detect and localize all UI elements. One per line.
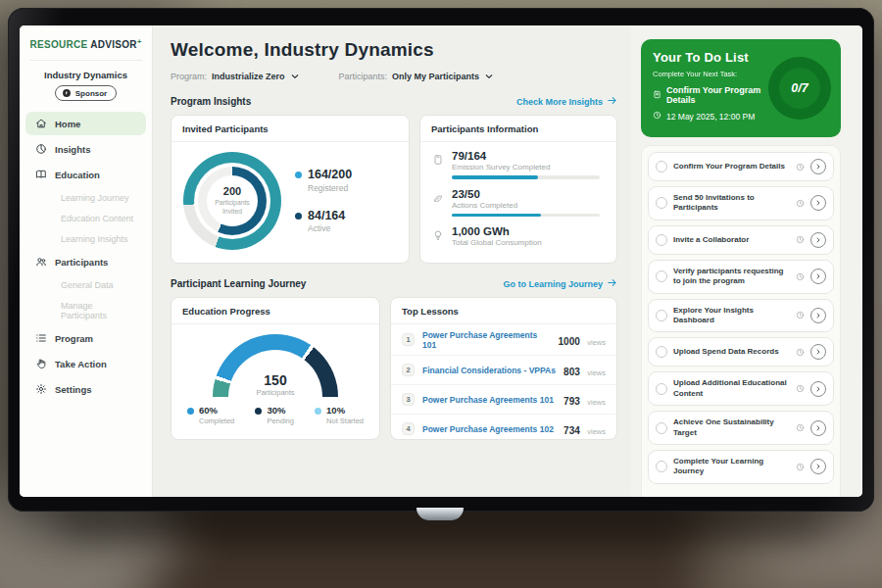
sponsor-badge-label: Sponsor (75, 89, 107, 98)
donut-center: 200 Participants Invited (183, 152, 281, 250)
sidebar-item-participants[interactable]: Participants (25, 250, 146, 273)
task-checkbox[interactable] (656, 197, 667, 209)
card-title: Top Lessons (391, 298, 616, 324)
task-clock-icon (796, 272, 805, 281)
sidebar-item-general-data[interactable]: General Data (25, 274, 146, 295)
task-label: Upload Additional Educational Content (673, 378, 790, 399)
task-checkbox[interactable] (656, 161, 667, 172)
task-open-button[interactable] (810, 232, 826, 248)
go-to-learning-journey-link[interactable]: Go to Learning Journey (503, 277, 617, 290)
todo-panel: Your To Do List Complete Your Next Task:… (631, 25, 862, 497)
task-open-button[interactable] (810, 269, 826, 284)
task-checkbox[interactable] (656, 461, 667, 472)
task-label: Complete Your Learning Journey (673, 457, 790, 477)
program-insights-header: Program Insights Check More Insights (171, 95, 617, 108)
lesson-row[interactable]: 4 Power Purchase Agreements 102 734 view… (391, 415, 616, 440)
todo-progress-ring: 0/7 (768, 57, 831, 120)
task-checkbox[interactable] (656, 310, 667, 321)
actions-icon (432, 190, 444, 202)
lesson-title-link[interactable]: Power Purchase Agreements 101 (422, 330, 551, 350)
survey-icon (432, 152, 444, 164)
task-open-button[interactable] (810, 344, 826, 360)
legend-label: Pending (267, 416, 294, 425)
sidebar-item-education-content[interactable]: Education Content (25, 208, 146, 228)
task-open-button[interactable] (810, 159, 826, 174)
lesson-rank: 1 (402, 333, 415, 346)
lesson-views-suffix: views (587, 368, 606, 377)
lesson-title-link[interactable]: Financial Considerations - VPPAs (422, 366, 556, 375)
lesson-rank: 2 (402, 364, 415, 376)
organization-name: Industry Dynamics (20, 70, 152, 80)
chevron-down-icon (290, 72, 300, 81)
collapse-tasks-link[interactable]: Collapse Tasks (648, 489, 834, 497)
task-label: Explore Your Insights Dashboard (673, 306, 790, 326)
task-item[interactable]: Send 50 Invitations to Participants (648, 186, 834, 220)
task-item[interactable]: Explore Your Insights Dashboard (648, 299, 834, 333)
lesson-title-link[interactable]: Power Purchase Agreements 101 (422, 395, 556, 405)
lesson-row[interactable]: 3 Power Purchase Agreements 101 793 view… (391, 385, 616, 415)
info-row: 79/164 Emission Survey Completed (432, 150, 605, 179)
task-checkbox[interactable] (656, 346, 667, 358)
legend-value: 84/164 (308, 210, 345, 222)
legend-label: Not Started (326, 416, 364, 425)
sidebar-item-home[interactable]: Home (25, 112, 146, 135)
legend-dot (255, 408, 262, 415)
task-open-button[interactable] (810, 420, 826, 436)
sidebar-item-manage-participants[interactable]: Manage Participants (25, 295, 146, 325)
lesson-row[interactable]: 1 Power Purchase Agreements 101 1000 vie… (391, 324, 616, 356)
task-label: Confirm Your Program Details (673, 162, 790, 172)
todo-card: Your To Do List Complete Your Next Task:… (641, 39, 841, 137)
todo-progress-value: 0/7 (779, 68, 820, 109)
task-checkbox[interactable] (656, 270, 667, 282)
task-item[interactable]: Upload Additional Educational Content (648, 371, 834, 406)
participants-filter-dropdown[interactable]: Participants: Only My Participants (339, 72, 495, 81)
gauge-legend-item: 10% Not Started (315, 406, 364, 425)
gauge-center-label: Participants (213, 388, 338, 397)
sidebar-item-insights[interactable]: Insights (25, 137, 146, 161)
check-more-insights-link[interactable]: Check More Insights (516, 95, 617, 108)
chevron-up-icon (770, 496, 780, 497)
task-checkbox[interactable] (656, 234, 667, 246)
sidebar-item-take-action[interactable]: Take Action (25, 352, 146, 375)
sidebar-item-education[interactable]: Education (25, 163, 146, 186)
sidebar-item-settings[interactable]: Settings (25, 377, 146, 401)
lesson-title-link[interactable]: Power Purchase Agreements 102 (422, 424, 556, 434)
task-clock-icon (796, 163, 805, 172)
info-row: 23/50 Actions Completed (432, 188, 605, 218)
task-label: Invite a Collaborator (673, 235, 790, 245)
task-item[interactable]: Upload Spend Data Records (648, 337, 834, 367)
task-clock-icon (796, 384, 805, 393)
task-checkbox[interactable] (656, 422, 667, 434)
info-value: 1,000 GWh (452, 225, 605, 237)
lesson-row[interactable]: 2 Financial Considerations - VPPAs 803 v… (391, 356, 616, 385)
task-item[interactable]: Confirm Your Program Details (648, 152, 834, 181)
filter-label: Program: (171, 72, 207, 81)
info-label: Emission Survey Completed (452, 163, 605, 172)
section-title: Program Insights (171, 96, 251, 107)
task-checkbox[interactable] (656, 383, 667, 395)
participants-information-card: Participants Information 79/164 Emission… (419, 115, 617, 264)
progress-bar-track (452, 175, 600, 179)
task-label: Achieve One Sustainability Target (673, 417, 790, 438)
task-label: Verify participants requesting to join t… (673, 267, 790, 287)
task-item[interactable]: Achieve One Sustainability Target (648, 411, 834, 445)
program-filter-dropdown[interactable]: Program: Industrialize Zero (171, 72, 300, 81)
arrow-right-icon (607, 277, 617, 290)
lesson-views-suffix: views (587, 398, 606, 407)
todo-due-label: 12 May 2025, 12:00 PM (666, 112, 755, 122)
sidebar-item-label: Settings (55, 384, 91, 395)
task-open-button[interactable] (810, 459, 826, 474)
legend-dot (295, 172, 302, 178)
sidebar-item-program[interactable]: Program (25, 326, 146, 350)
lesson-rank: 4 (402, 422, 415, 435)
progress-bar-track (452, 214, 600, 218)
legend-dot (187, 408, 194, 415)
task-open-button[interactable] (810, 195, 826, 211)
task-item[interactable]: Invite a Collaborator (648, 225, 834, 255)
sidebar-item-learning-journey[interactable]: Learning Journey (25, 187, 146, 208)
task-open-button[interactable] (810, 308, 826, 323)
task-item[interactable]: Complete Your Learning Journey (648, 450, 834, 484)
task-open-button[interactable] (810, 381, 826, 397)
task-item[interactable]: Verify participants requesting to join t… (648, 260, 834, 294)
sidebar-item-learning-insights[interactable]: Learning Insights (25, 228, 146, 249)
